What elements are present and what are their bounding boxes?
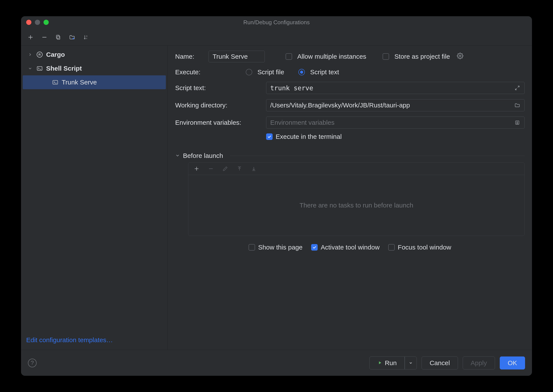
chevron-down-icon bbox=[175, 152, 180, 159]
expand-icon[interactable] bbox=[514, 85, 520, 91]
sidebar: R Cargo Shell Script bbox=[21, 45, 168, 350]
config-tree: R Cargo Shell Script bbox=[21, 48, 168, 330]
script-text-label: Script text bbox=[310, 69, 339, 76]
run-debug-dialog: Run/Debug Configurations az bbox=[21, 16, 532, 376]
show-page-checkbox[interactable] bbox=[249, 244, 255, 251]
before-launch-toolbar bbox=[188, 163, 525, 175]
svg-text:R: R bbox=[39, 53, 41, 56]
main: R Cargo Shell Script bbox=[21, 45, 532, 350]
script-file-radio[interactable] bbox=[246, 69, 252, 75]
working-dir-label: Working directory: bbox=[175, 102, 266, 109]
working-dir-input[interactable]: /Users/Vitaly.Bragilevsky/Work/JB/Rust/t… bbox=[266, 99, 525, 111]
svg-point-8 bbox=[459, 55, 461, 57]
edit-task-icon bbox=[221, 165, 229, 173]
titlebar: Run/Debug Configurations bbox=[21, 16, 532, 28]
run-label: Run bbox=[385, 359, 397, 367]
execute-terminal-checkbox[interactable] bbox=[266, 133, 273, 140]
svg-rect-6 bbox=[37, 66, 42, 70]
dialog-footer: ? Run Cancel Apply OK bbox=[21, 350, 532, 376]
copy-config-icon[interactable] bbox=[54, 33, 62, 41]
sort-config-icon[interactable]: az bbox=[82, 33, 90, 41]
before-launch-empty: There are no tasks to run before launch bbox=[188, 175, 525, 236]
store-project-label: Store as project file bbox=[394, 53, 450, 60]
focus-tw-label: Focus tool window bbox=[398, 244, 451, 251]
before-launch-section[interactable]: Before launch bbox=[175, 152, 525, 159]
tree-item-label: Trunk Serve bbox=[62, 79, 97, 86]
terminal-icon bbox=[51, 78, 59, 86]
chevron-down-icon bbox=[27, 66, 33, 70]
move-down-icon bbox=[250, 165, 258, 173]
allow-multiple-checkbox[interactable] bbox=[286, 53, 292, 60]
add-task-icon[interactable] bbox=[193, 165, 200, 173]
tree-item-trunk-serve[interactable]: Trunk Serve bbox=[23, 75, 166, 89]
svg-text:z: z bbox=[86, 37, 87, 39]
script-file-label: Script file bbox=[257, 69, 284, 76]
run-dropdown-button[interactable] bbox=[405, 357, 417, 370]
form: Name: Allow multiple instances Store as … bbox=[168, 45, 532, 350]
play-icon bbox=[377, 359, 382, 367]
before-launch-title: Before launch bbox=[183, 152, 223, 159]
before-launch-panel: There are no tasks to run before launch bbox=[188, 162, 525, 236]
terminal-icon bbox=[36, 64, 43, 72]
svg-rect-0 bbox=[57, 36, 60, 39]
focus-tw-checkbox[interactable] bbox=[388, 244, 395, 251]
run-button[interactable]: Run bbox=[369, 357, 405, 370]
env-vars-placeholder: Environment variables bbox=[270, 119, 335, 126]
edit-templates-link[interactable]: Edit configuration templates… bbox=[21, 330, 168, 350]
list-icon[interactable] bbox=[514, 119, 520, 126]
activate-tw-label: Activate tool window bbox=[321, 244, 380, 251]
show-page-label: Show this page bbox=[258, 244, 303, 251]
add-config-icon[interactable] bbox=[27, 33, 35, 41]
run-split-button: Run bbox=[369, 357, 417, 370]
config-toolbar: az bbox=[21, 28, 532, 45]
svg-rect-1 bbox=[56, 35, 59, 38]
store-project-checkbox[interactable] bbox=[383, 53, 389, 60]
script-text-field-label: Script text: bbox=[175, 84, 266, 92]
env-vars-label: Environment variables: bbox=[175, 119, 266, 126]
cancel-button[interactable]: Cancel bbox=[422, 357, 458, 370]
tree-item-label: Cargo bbox=[46, 51, 65, 58]
name-label: Name: bbox=[175, 53, 203, 60]
folder-icon[interactable] bbox=[514, 102, 520, 109]
bottom-checks: Show this page Activate tool window Focu… bbox=[175, 244, 525, 251]
env-vars-input[interactable]: Environment variables bbox=[266, 117, 525, 129]
name-input[interactable] bbox=[208, 51, 265, 62]
rust-icon: R bbox=[36, 51, 43, 58]
ok-button[interactable]: OK bbox=[500, 357, 525, 370]
script-text-input[interactable]: trunk serve bbox=[266, 82, 525, 94]
script-text-value: trunk serve bbox=[270, 84, 313, 92]
chevron-right-icon bbox=[27, 52, 33, 57]
save-config-icon[interactable] bbox=[68, 33, 76, 41]
tree-item-cargo[interactable]: R Cargo bbox=[21, 48, 168, 62]
help-icon[interactable]: ? bbox=[28, 359, 37, 367]
tree-item-label: Shell Script bbox=[46, 65, 82, 72]
dialog-title: Run/Debug Configurations bbox=[21, 19, 532, 26]
remove-task-icon bbox=[207, 165, 215, 173]
execute-terminal-label: Execute in the terminal bbox=[276, 133, 342, 140]
move-up-icon bbox=[235, 165, 243, 173]
working-dir-value: /Users/Vitaly.Bragilevsky/Work/JB/Rust/t… bbox=[270, 102, 410, 109]
gear-icon[interactable] bbox=[457, 53, 463, 61]
script-text-radio[interactable] bbox=[298, 69, 305, 75]
svg-rect-7 bbox=[53, 80, 58, 84]
svg-text:a: a bbox=[86, 35, 88, 37]
tree-item-shell-script[interactable]: Shell Script bbox=[21, 62, 168, 75]
remove-config-icon[interactable] bbox=[41, 33, 48, 41]
allow-multiple-label: Allow multiple instances bbox=[297, 53, 366, 60]
activate-tw-checkbox[interactable] bbox=[311, 244, 318, 251]
apply-button: Apply bbox=[463, 357, 495, 370]
execute-label: Execute: bbox=[175, 69, 241, 76]
